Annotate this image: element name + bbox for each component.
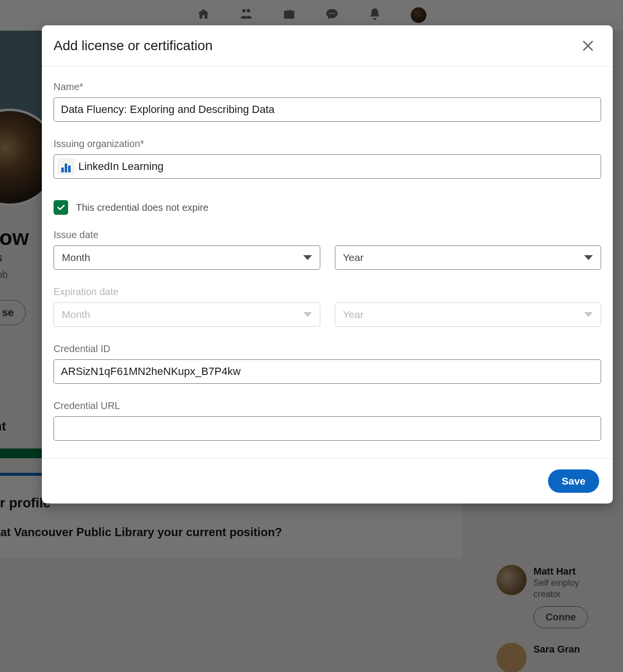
credential-url-input[interactable]	[54, 416, 601, 441]
credential-id-input[interactable]	[54, 359, 601, 384]
credential-id-label: Credential ID	[54, 343, 601, 355]
close-icon[interactable]	[581, 38, 595, 53]
expire-month-select: Month	[54, 302, 320, 327]
org-input[interactable]	[54, 154, 601, 179]
credential-url-label: Credential URL	[54, 400, 601, 411]
save-button[interactable]: Save	[548, 469, 599, 493]
issue-month-select[interactable]: Month	[54, 245, 320, 270]
modal-title: Add license or certification	[54, 38, 213, 54]
name-label: Name*	[54, 81, 601, 93]
chevron-down-icon	[584, 312, 593, 317]
chevron-down-icon	[303, 312, 312, 317]
expire-year-select: Year	[335, 302, 602, 327]
add-certification-modal: Add license or certification Name* Issui…	[42, 25, 613, 504]
no-expire-label: This credential does not expire	[76, 202, 208, 213]
name-input[interactable]	[54, 97, 601, 122]
org-logo-icon	[57, 158, 74, 175]
no-expire-checkbox[interactable]	[54, 200, 68, 215]
chevron-down-icon	[584, 255, 593, 260]
issue-year-select[interactable]: Year	[335, 245, 602, 270]
issue-date-label: Issue date	[54, 229, 601, 241]
chevron-down-icon	[303, 255, 312, 260]
expire-date-label: Expiration date	[54, 286, 601, 298]
org-label: Issuing organization*	[54, 138, 601, 149]
